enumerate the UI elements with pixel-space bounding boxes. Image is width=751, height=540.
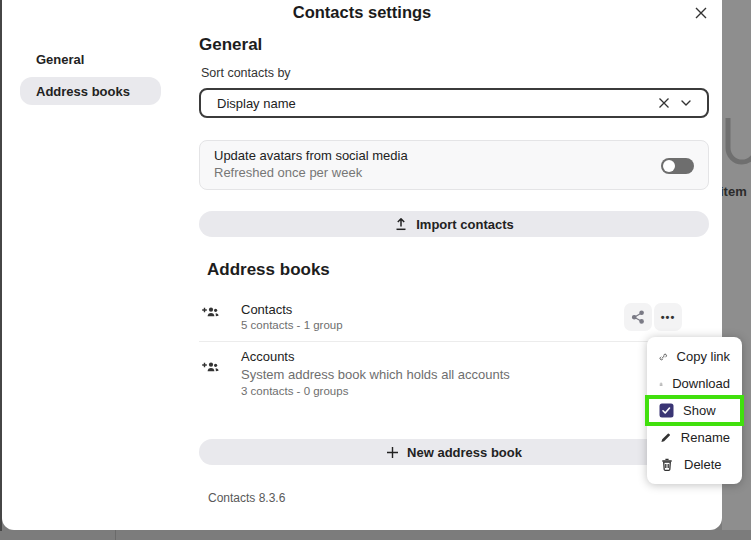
- sidebar-item-label: Address books: [36, 84, 130, 99]
- address-book-row-contacts: Contacts 5 contacts - 1 group •••: [199, 296, 709, 341]
- menu-item-rename[interactable]: Rename: [647, 424, 742, 451]
- menu-item-show[interactable]: Show: [647, 397, 742, 424]
- menu-item-copy-link[interactable]: Copy link: [647, 343, 742, 370]
- chevron-down-icon: [679, 96, 693, 110]
- plus-icon: [386, 446, 399, 459]
- sidebar-item-address-books[interactable]: Address books: [20, 77, 161, 105]
- menu-item-download[interactable]: Download: [647, 370, 742, 397]
- avatar-update-card: Update avatars from social media Refresh…: [199, 140, 709, 190]
- menu-item-label: Delete: [684, 457, 722, 472]
- general-heading: General: [199, 35, 262, 55]
- new-address-book-label: New address book: [407, 445, 522, 460]
- sort-contacts-label: Sort contacts by: [201, 66, 291, 80]
- address-book-meta: 5 contacts - 1 group: [241, 319, 343, 331]
- import-contacts-button[interactable]: Import contacts: [199, 211, 709, 237]
- sort-select-value: Display name: [217, 96, 653, 111]
- account-multiple-plus-icon: [201, 359, 220, 375]
- address-book-context-menu: Copy link Download Show Rename: [647, 337, 742, 484]
- download-icon: [659, 376, 663, 392]
- menu-item-label: Copy link: [677, 349, 730, 364]
- menu-item-delete[interactable]: Delete: [647, 451, 742, 478]
- address-book-name: Accounts: [241, 349, 294, 364]
- more-icon: •••: [661, 311, 676, 323]
- share-icon: [630, 309, 646, 325]
- address-book-name: Contacts: [241, 302, 292, 317]
- upload-icon: [394, 217, 408, 231]
- more-actions-button[interactable]: •••: [654, 303, 682, 331]
- toggle-knob: [663, 160, 675, 172]
- app-version: Contacts 8.3.6: [208, 491, 285, 505]
- contacts-settings-modal: Contacts settings General Address books …: [2, 0, 722, 530]
- row-divider: [199, 341, 709, 342]
- menu-item-label: Show: [683, 403, 716, 418]
- pencil-icon: [659, 430, 672, 446]
- account-multiple-plus-icon: [201, 304, 220, 320]
- sidebar-item-label: General: [36, 52, 84, 67]
- link-icon: [659, 349, 668, 365]
- clear-selection-button[interactable]: [653, 92, 675, 114]
- address-book-row-accounts: Accounts System address book which holds…: [199, 345, 709, 400]
- menu-item-label: Rename: [681, 430, 730, 445]
- address-books-heading: Address books: [207, 260, 330, 280]
- trash-icon: [659, 457, 675, 473]
- clear-icon: [658, 97, 670, 109]
- avatar-update-title: Update avatars from social media: [214, 148, 694, 163]
- sidebar-item-general[interactable]: General: [20, 45, 161, 73]
- background-app-icon: [722, 112, 751, 174]
- new-address-book-button[interactable]: New address book: [199, 439, 709, 465]
- menu-item-label: Download: [672, 376, 730, 391]
- share-address-book-button[interactable]: [624, 303, 652, 331]
- settings-content: General Sort contacts by Display name Up…: [199, 0, 709, 530]
- import-button-label: Import contacts: [416, 217, 514, 232]
- address-book-description: System address book which holds all acco…: [241, 367, 510, 382]
- checkbox-checked-icon: [659, 403, 674, 418]
- dimmed-background-bottom: [0, 530, 751, 540]
- avatar-update-toggle[interactable]: [661, 158, 694, 174]
- background-partial-text: item: [722, 184, 747, 199]
- sort-contacts-select[interactable]: Display name: [199, 88, 709, 118]
- background-seam-line: [115, 530, 116, 540]
- select-dropdown-toggle[interactable]: [675, 92, 697, 114]
- address-book-meta: 3 contacts - 0 groups: [241, 385, 348, 397]
- avatar-update-subtitle: Refreshed once per week: [214, 165, 694, 180]
